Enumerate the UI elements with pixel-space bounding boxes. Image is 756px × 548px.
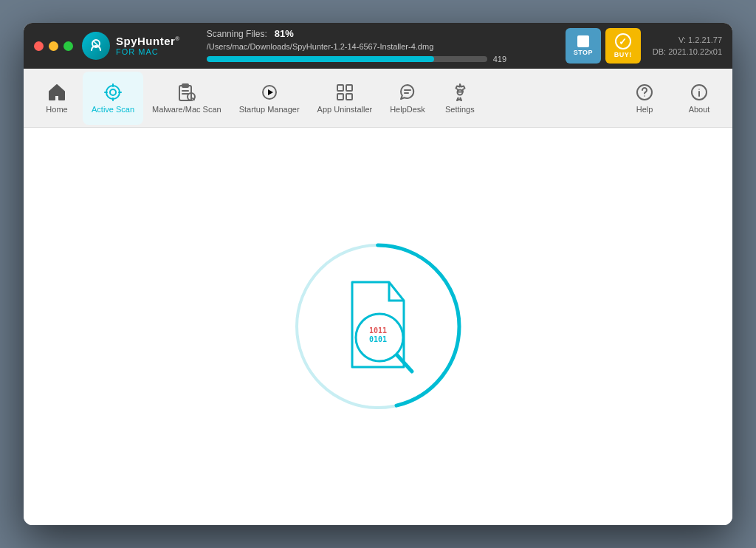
nav-label-settings: Settings [445, 105, 475, 114]
version-info: V: 1.2.21.77 DB: 2021.10.22x01 [653, 34, 722, 58]
brand-sub: FOR MAC [116, 47, 180, 56]
malware-scan-icon [177, 83, 196, 102]
svg-text:1011: 1011 [369, 326, 387, 335]
scan-file-magnifier-icon: 1011 0101 [326, 271, 430, 382]
app-uninstaller-icon [335, 83, 354, 102]
nav-item-settings[interactable]: Settings [434, 72, 486, 125]
nav-item-helpdesk[interactable]: HelpDesk [381, 72, 434, 125]
nav-label-malware-mac-scan: Malware/Mac Scan [152, 105, 221, 114]
nav-label-helpdesk: HelpDesk [390, 105, 425, 114]
svg-rect-18 [337, 94, 343, 100]
nav-item-active-scan[interactable]: Active Scan [83, 72, 143, 125]
settings-icon [450, 83, 470, 102]
progress-bar-background [207, 56, 487, 62]
startup-manager-icon [260, 83, 279, 102]
nav-label-help: Help [636, 105, 653, 114]
scan-icon-inner: 1011 0101 [326, 271, 430, 382]
svg-point-27 [698, 89, 700, 90]
nav-item-malware-mac-scan[interactable]: Malware/Mac Scan [143, 72, 230, 125]
nav-label-app-uninstaller: App Uninstaller [317, 105, 373, 114]
maximize-button[interactable] [63, 41, 73, 51]
helpdesk-icon [398, 83, 417, 102]
svg-marker-15 [268, 89, 273, 95]
buy-label: BUY! [614, 51, 632, 58]
brand-text: SpyHunter® FOR MAC [116, 35, 180, 57]
svg-rect-19 [346, 94, 352, 100]
db-version: DB: 2021.10.22x01 [653, 46, 722, 58]
scan-percent: 81% [275, 28, 294, 39]
nav-item-app-uninstaller[interactable]: App Uninstaller [309, 72, 382, 125]
scan-path: /Users/mac/Downloads/SpyHunter-1.2-14-65… [207, 42, 502, 51]
nav-item-home[interactable]: Home [31, 72, 83, 125]
nav-label-about: About [689, 105, 710, 114]
nav-label-active-scan: Active Scan [92, 105, 134, 114]
progress-bar-fill [207, 56, 434, 62]
active-scan-icon [103, 83, 123, 102]
app-logo-icon [82, 32, 110, 60]
scan-animation: 1011 0101 [275, 223, 481, 430]
svg-point-24 [644, 95, 645, 97]
nav-item-help[interactable]: Help [619, 72, 670, 125]
stop-label: STOP [574, 49, 593, 56]
app-window: SpyHunter® FOR MAC Scanning Files: 81% /… [24, 23, 732, 525]
stop-button[interactable]: STOP [566, 28, 601, 64]
scan-count: 419 [493, 55, 506, 64]
svg-text:0101: 0101 [369, 335, 387, 343]
minimize-button[interactable] [49, 41, 58, 51]
trademark: ® [175, 35, 179, 42]
nav-item-startup-manager[interactable]: Startup Manager [230, 72, 309, 125]
version-number: V: 1.2.21.77 [653, 34, 722, 47]
brand-logo: SpyHunter® FOR MAC [82, 32, 180, 60]
traffic-lights [34, 41, 73, 51]
nav-label-startup-manager: Startup Manager [239, 105, 300, 114]
svg-rect-17 [346, 85, 352, 91]
nav-right: Help About [619, 72, 725, 125]
scanning-label: Scanning Files: [207, 29, 267, 39]
svg-line-13 [193, 98, 194, 100]
brand-name: SpyHunter® [116, 35, 180, 48]
about-icon [690, 83, 709, 102]
help-icon [635, 83, 654, 102]
close-button[interactable] [34, 41, 44, 51]
svg-rect-16 [337, 85, 343, 91]
main-content: 1011 0101 [24, 128, 732, 525]
nav-bar: Home Active Scan Mal [24, 69, 732, 128]
buy-button[interactable]: ✓ BUY! [605, 28, 641, 64]
svg-point-3 [110, 89, 116, 95]
svg-point-2 [106, 86, 120, 99]
scan-info: Scanning Files: 81% /Users/mac/Downloads… [195, 28, 566, 64]
stop-icon [577, 35, 589, 47]
nav-item-about[interactable]: About [673, 72, 725, 125]
home-icon [47, 83, 66, 102]
title-bar: SpyHunter® FOR MAC Scanning Files: 81% /… [24, 23, 732, 69]
nav-label-home: Home [46, 105, 67, 114]
buy-check-icon: ✓ [615, 33, 631, 49]
